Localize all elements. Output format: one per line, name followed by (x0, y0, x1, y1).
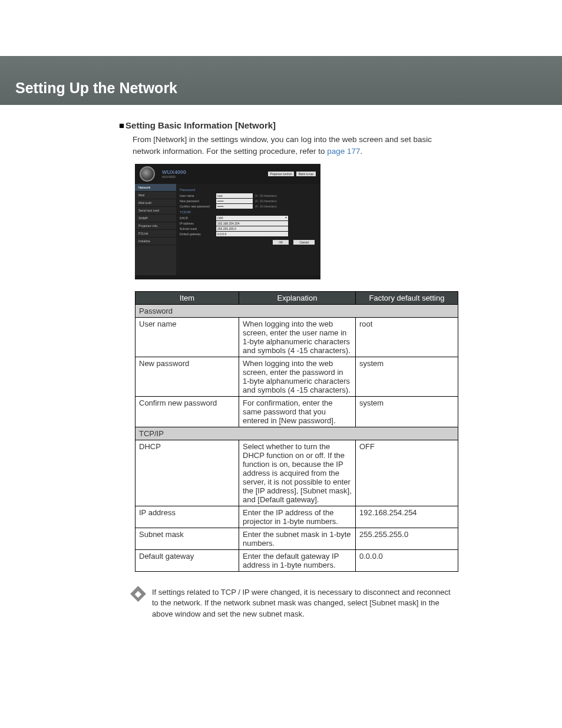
ss-label-dhcp: DHCP (180, 216, 216, 220)
intro-paragraph: From [Network] in the settings window, y… (133, 134, 458, 157)
projector-control-button[interactable]: Projector control (268, 172, 294, 176)
ss-group-password: Password (180, 188, 317, 192)
ss-label-gateway: Default gateway (180, 232, 216, 236)
table-row: IP address Enter the IP address of the p… (135, 506, 458, 528)
cell-expl: Select whether to turn the DHCP function… (239, 440, 356, 506)
ok-button[interactable]: OK (273, 240, 289, 245)
ss-label-subnet: Subnet mask (180, 227, 216, 230)
diamond-info-icon: ◆ (130, 586, 146, 602)
cell-def: system (356, 357, 458, 397)
ss-label-username: User name (180, 194, 216, 197)
cell-def: system (356, 397, 458, 427)
cell-def: OFF (356, 440, 458, 506)
table-row: User name When logging into the web scre… (135, 318, 458, 357)
sidebar-item-mail[interactable]: Mail (135, 192, 176, 199)
cell-item: New password (135, 357, 239, 397)
sidebar-item-network[interactable]: Network (135, 184, 176, 192)
settings-screenshot: WUX4000 WUX4000 Projector control Back t… (135, 164, 320, 279)
table-row: Subnet mask Enter the subnet mask in 1-b… (135, 528, 458, 550)
cell-expl: When logging into the web screen, enter … (239, 318, 356, 357)
ss-hint-confirmpass: (4 - 15 characters) (255, 205, 277, 208)
ss-hint-newpass: (4 - 15 characters) (255, 200, 277, 203)
th-default: Factory default setting (356, 292, 458, 305)
intro-text-1: From [Network] in the settings window, y… (133, 135, 432, 156)
group-password: Password (135, 305, 458, 318)
sidebar-item-initialize[interactable]: Initialize (135, 238, 176, 245)
ss-hint-username: (4 - 15 characters) (255, 195, 277, 197)
table-row: New password When logging into the web s… (135, 357, 458, 397)
sidebar-item-snmp[interactable]: SNMP (135, 215, 176, 222)
cancel-button[interactable]: Cancel (293, 240, 315, 245)
group-tcpip: TCP/IP (135, 427, 458, 440)
table-row: Default gateway Enter the default gatewa… (135, 550, 458, 572)
sidebar-item-pjlink[interactable]: PJLink (135, 230, 176, 238)
square-bullet-icon: ■ (119, 120, 124, 130)
cell-item: Confirm new password (135, 397, 239, 427)
note-text: If settings related to TCP / IP were cha… (152, 587, 458, 620)
sidebar-item-projector-info[interactable]: Projector info. (135, 222, 176, 230)
back-to-top-button[interactable]: Back to top (296, 172, 316, 176)
ss-field-confirmpass[interactable]: •••••• (216, 204, 253, 209)
cell-item: Subnet mask (135, 528, 239, 550)
cell-def: 255.255.255.0 (356, 528, 458, 550)
ss-field-subnet[interactable]: 255.255.255.0 (216, 226, 288, 231)
ss-group-tcpip: TCP/IP (180, 210, 317, 214)
ss-sidebar: Network Mail Mail auth Send test mail SN… (135, 184, 176, 275)
th-item: Item (135, 292, 239, 305)
logo-swirl-icon (140, 166, 155, 182)
cell-expl: When logging into the web screen, enter … (239, 357, 356, 397)
ss-label-confirmpass: Confirm new password (180, 205, 216, 208)
ss-field-ip[interactable]: 192.168.254.254 (216, 221, 288, 226)
cell-expl: Enter the subnet mask in 1-byte numbers. (239, 528, 356, 550)
intro-text-2: . (360, 147, 362, 156)
ss-select-dhcp[interactable]: OFF (216, 216, 288, 220)
cell-def: 0.0.0.0 (356, 550, 458, 572)
cell-item: DHCP (135, 440, 239, 506)
cell-expl: Enter the default gateway IP address in … (239, 550, 356, 572)
page-title-banner: Setting Up the Network (0, 56, 562, 105)
ss-field-newpass[interactable]: •••••• (216, 199, 253, 203)
cell-def: 192.168.254.254 (356, 506, 458, 528)
section-heading-text: Setting Basic Information [Network] (125, 120, 276, 130)
settings-table: Item Explanation Factory default setting… (135, 291, 458, 572)
cell-def: root (356, 318, 458, 357)
cell-expl: Enter the IP address of the projector in… (239, 506, 356, 528)
page-link[interactable]: page 177 (327, 147, 360, 156)
sidebar-item-mail-auth[interactable]: Mail auth (135, 199, 176, 207)
ss-label-newpass: New password (180, 199, 216, 203)
note-block: ◆ If settings related to TCP / IP were c… (133, 587, 458, 620)
table-row: Confirm new password For confirmation, e… (135, 397, 458, 427)
ss-label-ip: IP address (180, 222, 216, 225)
table-row: DHCP Select whether to turn the DHCP fun… (135, 440, 458, 506)
cell-item: Default gateway (135, 550, 239, 572)
ss-field-gateway[interactable]: 0.0.0.0 (216, 232, 288, 236)
sidebar-item-send-test-mail[interactable]: Send test mail (135, 207, 176, 215)
ss-field-username[interactable]: root (216, 193, 253, 198)
banner-title-text: Setting Up the Network (15, 80, 177, 96)
cell-item: IP address (135, 506, 239, 528)
ss-model-sub: WUX4000 (162, 175, 186, 179)
ss-model-title: WUX4000 (162, 169, 186, 175)
cell-item: User name (135, 318, 239, 357)
th-explanation: Explanation (239, 292, 356, 305)
cell-expl: For confirmation, enter the same passwor… (239, 397, 356, 427)
section-heading: ■Setting Basic Information [Network] (119, 120, 458, 130)
